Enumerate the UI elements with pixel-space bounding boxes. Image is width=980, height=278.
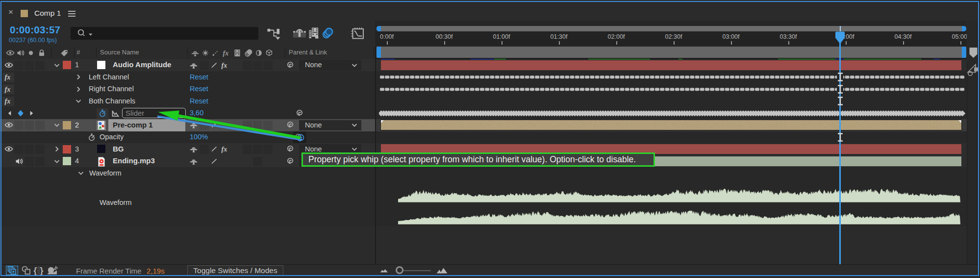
current-time-display[interactable]: 0:00:03:57 [10,24,60,36]
slider-name-input[interactable]: Slider [122,108,186,118]
work-area-bar[interactable] [377,47,966,58]
layer-name[interactable]: BG [113,145,124,153]
layer-name[interactable]: Audio Amplitude [113,60,171,69]
zoom-out-mountain-icon[interactable] [379,266,390,277]
layer-row-timeline[interactable] [375,119,967,131]
chevron-right-icon[interactable] [74,84,83,94]
layer-name[interactable]: Ending.mp3 [113,156,155,165]
layer-row-left[interactable]: fxRight ChannelReset [0,83,375,96]
column-parent-link[interactable]: Parent & Link [289,49,327,56]
switch-cell[interactable] [200,145,209,154]
fx-icon[interactable]: fx [220,60,230,70]
layer-label-chip[interactable] [63,145,71,153]
layer-row-left[interactable]: Slider3,60 [0,107,375,120]
lock-cell[interactable] [35,61,45,70]
quality-icon[interactable] [209,120,219,130]
slider-value[interactable]: 3,60 [190,109,203,117]
zoom-in-mountains-icon[interactable] [436,265,451,276]
search-input[interactable] [71,27,258,40]
prev-keyframe-icon[interactable] [5,108,15,118]
chevron-down-icon[interactable] [52,120,62,130]
layer-switches-pane-icon[interactable] [7,265,18,276]
chevron-down-icon[interactable] [76,168,86,178]
switch-cell[interactable] [263,145,273,154]
switch-cell[interactable] [200,121,209,130]
marker-bin-icon[interactable] [969,47,979,59]
audio-cell[interactable] [14,61,24,70]
hamburger-icon[interactable] [68,11,75,17]
layer-label-chip[interactable] [63,61,71,69]
zoom-slider-track[interactable] [403,270,431,272]
cti-playhead[interactable] [835,31,846,45]
pick-whip-active-icon[interactable] [294,131,307,143]
reset-link[interactable]: Reset [190,73,208,81]
switch-cell[interactable] [263,121,273,130]
layer-row-timeline[interactable] [375,131,967,144]
layer-row-timeline[interactable] [375,179,967,227]
layer-row-timeline[interactable] [375,59,967,72]
layer-label-chip[interactable] [63,157,71,165]
stopwatch-icon[interactable] [87,132,97,142]
comp-button-icon[interactable] [966,62,979,77]
switch-cell[interactable] [243,61,252,70]
inout-panes-icon[interactable]: { } [33,265,45,276]
solo-cell[interactable] [25,157,34,166]
layer-row-left[interactable]: 2 Pre-comp 1None [0,119,375,131]
switch-cell[interactable] [253,157,262,166]
work-area-end-handle[interactable] [962,47,966,58]
render-time-pane-icon[interactable] [47,265,59,276]
layer-row-left[interactable]: Waveform [0,179,375,227]
toggle-switches-modes-button[interactable]: Toggle Switches / Modes [187,265,283,276]
property-group-name[interactable]: Right Channel [89,85,134,93]
layer-duration-bar[interactable] [381,60,961,70]
layer-row-timeline[interactable] [375,83,967,96]
chevron-down-icon[interactable] [52,156,62,166]
quality-icon[interactable] [209,156,219,166]
pick-whip-icon[interactable] [285,156,296,167]
stopwatch-icon[interactable] [98,108,107,118]
ruler-band[interactable]: 0:00f00:30f01:00f01:30f02:00f02:30f03:00… [376,31,967,46]
time-navigator-bar[interactable] [377,26,966,31]
chevron-right-icon[interactable] [74,72,83,82]
reset-link[interactable]: Reset [190,85,208,93]
layer-label-chip[interactable] [63,121,71,129]
switch-cell[interactable] [243,121,252,130]
property-value[interactable]: 100% [190,133,208,141]
next-keyframe-icon[interactable] [26,108,36,118]
work-area-start-handle[interactable] [377,47,381,58]
layer-name[interactable]: Pre-comp 1 [113,121,153,129]
layer-row-left[interactable]: fxBoth ChannelsReset [0,95,375,107]
switch-cell[interactable] [243,145,252,154]
property-group-name[interactable]: Both Channels [89,97,135,105]
waveform-property-name[interactable]: Waveform [100,199,132,206]
column-source-name[interactable]: Source Name [100,49,139,56]
chevron-down-icon[interactable] [52,60,62,70]
layer-row-timeline[interactable] [375,71,967,83]
graph-toggle-icon[interactable] [111,108,121,118]
shy-icon[interactable] [189,144,199,154]
lock-cell[interactable] [35,157,45,166]
switch-cell[interactable] [263,61,273,70]
shy-icon[interactable] [189,60,199,70]
chevron-down-icon[interactable] [74,96,83,106]
tab-title[interactable]: Comp 1 [34,9,61,18]
layer-row-left[interactable]: Waveform [0,167,375,179]
column-number[interactable]: # [76,49,80,56]
transfer-controls-pane-icon[interactable] [21,265,32,276]
speaker-icon[interactable] [14,156,24,166]
switch-cell[interactable] [253,61,262,70]
audio-cell[interactable] [14,145,24,154]
lock-cell[interactable] [35,145,45,154]
solo-cell[interactable] [25,61,34,70]
solo-cell[interactable] [25,121,34,130]
layer-row-left[interactable]: 1Audio AmplitudefxNone [0,59,375,72]
layer-row-timeline[interactable] [375,95,967,107]
navigator-start-handle[interactable] [377,26,381,31]
zoom-slider-knob[interactable] [396,266,403,274]
quality-icon[interactable] [209,144,219,154]
reset-link[interactable]: Reset [190,97,208,105]
layer-row-left[interactable]: Opacity100% [0,131,375,144]
shy-icon[interactable] [189,156,199,166]
solo-cell[interactable] [25,145,34,154]
layer-row-timeline[interactable] [375,107,967,120]
